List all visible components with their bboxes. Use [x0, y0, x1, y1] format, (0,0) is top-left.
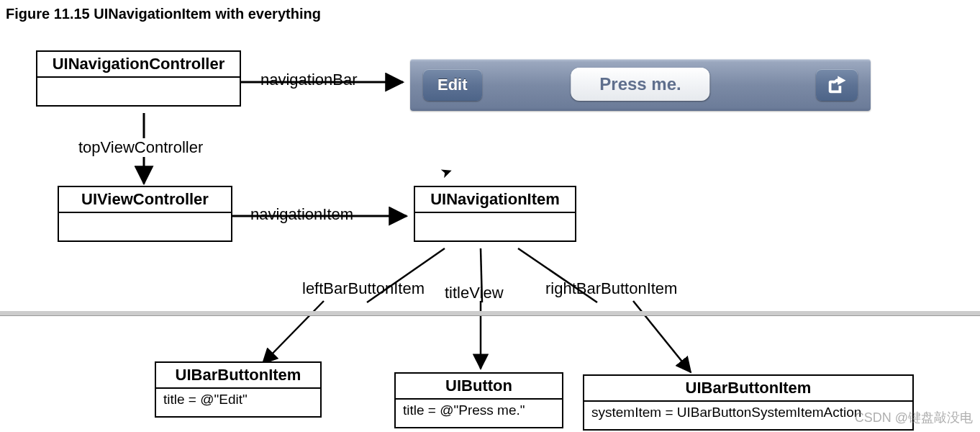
box-body: title = @"Edit"	[156, 389, 320, 416]
box-header: UINavigationController	[37, 52, 240, 78]
edit-button-label: Edit	[437, 76, 468, 94]
label-leftbarbuttonitem: leftBarButtonItem	[302, 279, 425, 298]
action-button[interactable]	[816, 69, 858, 101]
titleview-button[interactable]: Press me.	[571, 68, 709, 101]
box-uiviewcontroller: UIViewController	[58, 186, 232, 242]
box-body	[59, 213, 231, 240]
box-header: UINavigationItem	[415, 187, 575, 213]
box-body	[37, 78, 240, 105]
label-navigationbar: navigationBar	[260, 71, 358, 89]
cursor-icon: ➤	[437, 162, 455, 182]
box-header: UIBarButtonItem	[156, 363, 320, 389]
label-titleview: titleView	[445, 284, 504, 302]
edit-button[interactable]: Edit	[423, 69, 482, 101]
label-rightbarbuttonitem: rightBarButtonItem	[545, 279, 677, 298]
box-header: UIBarButtonItem	[584, 376, 912, 402]
box-uinavigationcontroller: UINavigationController	[36, 50, 241, 107]
box-header: UIButton	[396, 374, 562, 400]
label-topviewcontroller: topViewController	[76, 138, 206, 157]
watermark: CSDN @键盘敲没电	[855, 409, 973, 426]
label-navigationitem: navigationItem	[250, 205, 353, 224]
box-uibutton: UIButton title = @"Press me."	[394, 372, 563, 428]
titleview-button-label: Press me.	[599, 74, 681, 94]
box-uinavigationitem: UINavigationItem	[414, 186, 576, 242]
box-header: UIViewController	[59, 187, 231, 213]
diagram-canvas: Figure 11.15 UINavigationItem with every…	[0, 0, 980, 432]
box-body	[415, 213, 575, 240]
box-body: title = @"Press me."	[396, 400, 562, 427]
share-action-icon	[826, 74, 848, 96]
box-uibarbuttonitem-left: UIBarButtonItem title = @"Edit"	[155, 361, 322, 418]
navbar-mock: Edit Press me.	[410, 59, 871, 111]
section-divider-shadow	[0, 315, 980, 316]
figure-title: Figure 11.15 UINavigationItem with every…	[6, 6, 321, 22]
